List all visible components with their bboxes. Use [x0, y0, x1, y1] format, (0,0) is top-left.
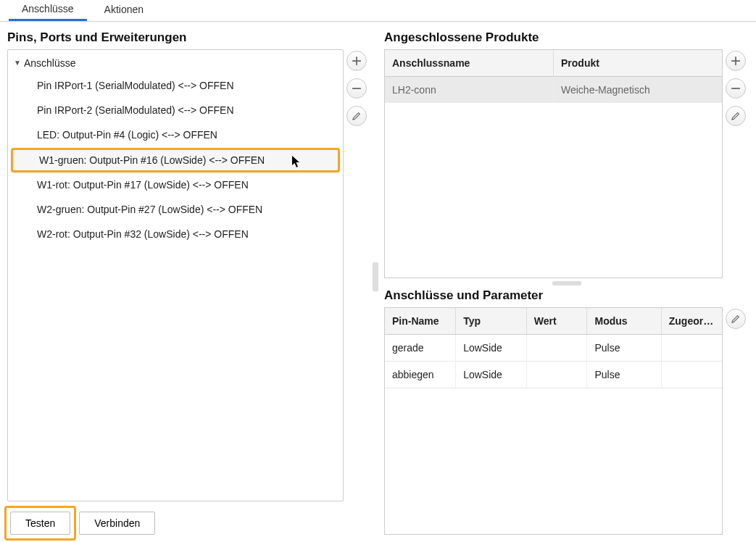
- col-anschlussname[interactable]: Anschlussname: [385, 50, 554, 77]
- cell-type: LowSide: [456, 362, 527, 388]
- tree-root[interactable]: ▼ Anschlüsse: [8, 53, 343, 73]
- remove-button[interactable]: [346, 78, 367, 99]
- params-title: Anschlüsse und Parameter: [384, 288, 749, 303]
- table-row[interactable]: LH2-connWeiche-Magnetisch: [385, 77, 722, 104]
- params-table-box[interactable]: Pin-Name Typ Wert Modus Zugeord… geradeL…: [384, 307, 723, 535]
- table-row[interactable]: abbiegenLowSidePulse: [385, 362, 722, 388]
- col-zugeordnet[interactable]: Zugeord…: [661, 308, 722, 335]
- tree-item[interactable]: W1-gruen: Output-Pin #16 (LowSide) <--> …: [11, 148, 340, 172]
- add-button[interactable]: [346, 51, 367, 71]
- table-row[interactable]: geradeLowSidePulse: [385, 335, 722, 362]
- tree-item[interactable]: W2-rot: Output-Pin #32 (LowSide) <--> OF…: [8, 222, 343, 246]
- tree-item[interactable]: Pin IRPort-1 (SerialModulated) <--> OFFE…: [8, 73, 343, 98]
- cursor-icon: [291, 155, 302, 171]
- products-add-button[interactable]: [726, 51, 746, 71]
- cell-type: LowSide: [456, 335, 527, 362]
- pencil-icon: [352, 111, 362, 121]
- edit-button[interactable]: [346, 106, 367, 126]
- tab-actions[interactable]: Aktionen: [91, 0, 157, 21]
- minus-icon: [352, 83, 362, 93]
- cell-mode: Pulse: [587, 335, 661, 362]
- cell-pin: gerade: [385, 335, 456, 362]
- minus-icon: [731, 83, 741, 93]
- tree-item[interactable]: Pin IRPort-2 (SerialModulated) <--> OFFE…: [8, 98, 343, 122]
- vertical-splitter[interactable]: [374, 30, 377, 535]
- cell-value: [526, 335, 587, 362]
- plus-icon: [352, 56, 362, 66]
- cell-anschlussname: LH2-conn: [385, 77, 554, 104]
- col-modus[interactable]: Modus: [587, 308, 661, 335]
- col-pin-name[interactable]: Pin-Name: [385, 308, 456, 335]
- products-title: Angeschlossene Produkte: [384, 30, 749, 45]
- products-table[interactable]: Anschlussname Produkt LH2-connWeiche-Mag…: [384, 49, 723, 278]
- tab-connections[interactable]: Anschlüsse: [9, 0, 87, 21]
- tree-item[interactable]: W1-rot: Output-Pin #17 (LowSide) <--> OF…: [8, 172, 343, 197]
- pencil-icon: [731, 314, 741, 324]
- connect-button[interactable]: Verbinden: [79, 512, 155, 535]
- test-button-label: Testen: [25, 517, 55, 529]
- products-edit-button[interactable]: [726, 106, 746, 126]
- col-wert[interactable]: Wert: [526, 308, 587, 335]
- tree-item[interactable]: W2-gruen: Output-Pin #27 (LowSide) <--> …: [8, 197, 343, 222]
- products-remove-button[interactable]: [726, 78, 746, 99]
- cell-produkt: Weiche-Magnetisch: [554, 77, 723, 104]
- col-typ[interactable]: Typ: [456, 308, 527, 335]
- tree-root-label: Anschlüsse: [24, 57, 76, 69]
- left-section-title: Pins, Ports und Erweiterungen: [7, 30, 370, 45]
- caret-down-icon: ▼: [14, 59, 21, 67]
- params-edit-button[interactable]: [726, 309, 746, 329]
- cell-pin: abbiegen: [385, 362, 456, 388]
- plus-icon: [731, 56, 741, 66]
- col-produkt[interactable]: Produkt: [554, 50, 723, 77]
- cell-assigned: [661, 335, 722, 362]
- cell-assigned: [661, 362, 722, 388]
- pencil-icon: [731, 111, 741, 121]
- tree-box[interactable]: ▼ Anschlüsse Pin IRPort-1 (SerialModulat…: [7, 49, 344, 501]
- cell-value: [526, 362, 587, 388]
- tab-bar: Anschlüsse Aktionen: [0, 0, 756, 22]
- tree-item[interactable]: LED: Output-Pin #4 (Logic) <--> OFFEN: [8, 122, 343, 147]
- test-button[interactable]: Testen: [10, 512, 70, 535]
- horizontal-splitter[interactable]: [384, 278, 749, 288]
- cell-mode: Pulse: [587, 362, 661, 388]
